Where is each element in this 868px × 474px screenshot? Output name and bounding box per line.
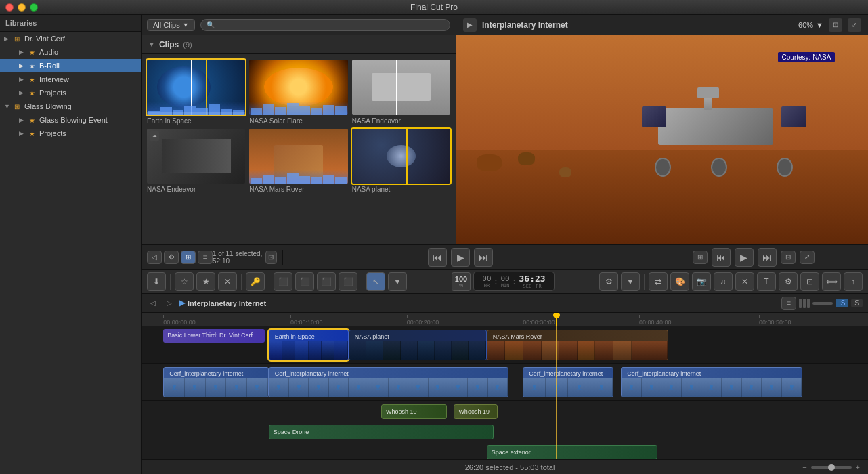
clip-thumbnail bbox=[249, 129, 347, 184]
clip-nasa-endeavor-2[interactable]: ☁ NASA Endeavor bbox=[147, 129, 245, 194]
sidebar-item-dr-vint-cerf[interactable]: ▶ ⊞ Dr. Vint Cerf bbox=[0, 32, 141, 45]
browser-toolbar: All Clips ▼ 🔍 bbox=[142, 15, 456, 35]
color-btn[interactable]: 🎨 bbox=[670, 272, 689, 291]
zoom-slider[interactable] bbox=[811, 466, 852, 469]
clip-label: Earth in Space bbox=[147, 117, 245, 125]
sidebar-item-interview[interactable]: ▶ ★ Interview bbox=[0, 72, 141, 86]
clip-appearance-btn[interactable]: ⊡ bbox=[265, 251, 277, 264]
sidebar-item-projects[interactable]: ▶ ★ Projects bbox=[0, 86, 141, 100]
preview-settings-btn[interactable]: ⊞ bbox=[693, 251, 708, 264]
search-input[interactable]: 🔍 bbox=[200, 19, 450, 31]
preview-go-end-btn[interactable]: ⏭ bbox=[758, 248, 777, 267]
reject-btn[interactable]: ✕ bbox=[218, 272, 237, 291]
ruler-mark: 00:00:20:00 bbox=[407, 319, 439, 326]
interview-faces: 👤👤👤 👤 bbox=[523, 378, 613, 397]
tool-chevron[interactable]: ▼ bbox=[388, 272, 407, 291]
share-settings-btn[interactable]: ⊡ bbox=[800, 272, 819, 291]
audio-clip-space-exterior[interactable]: Space exterior bbox=[487, 445, 657, 459]
arrow-icon: ▶ bbox=[19, 116, 26, 123]
waveform bbox=[249, 170, 347, 184]
clip-nasa-planet[interactable]: NASA planet bbox=[352, 129, 450, 194]
maximize-button[interactable] bbox=[30, 3, 38, 12]
text-btn[interactable]: T bbox=[757, 272, 776, 291]
timeline-nav-right[interactable]: ▷ bbox=[163, 297, 175, 309]
list-view-btn[interactable]: ≡ bbox=[198, 251, 213, 264]
grid-view-btn[interactable]: ⊞ bbox=[181, 251, 196, 264]
export-btn[interactable]: ↑ bbox=[844, 272, 863, 291]
go-to-start-btn[interactable]: ⏮ bbox=[428, 248, 447, 267]
interview-faces: 👤👤👤 👤👤 bbox=[164, 378, 268, 397]
keyword-btn[interactable]: 🔑 bbox=[246, 272, 265, 291]
layout-button[interactable]: ⊡ bbox=[829, 18, 842, 32]
timecode-min: 00 bbox=[500, 274, 509, 283]
sidebar-item-glass-blowing[interactable]: ▼ ⊞ Glass Blowing bbox=[0, 100, 141, 113]
generator-btn[interactable]: ⚙ bbox=[779, 272, 798, 291]
clip-connect-btn[interactable]: ⬛ bbox=[295, 272, 314, 291]
timeline-clip-nasa-planet[interactable]: NASA planet bbox=[349, 330, 487, 360]
retiming-btn[interactable]: ⇄ bbox=[649, 272, 668, 291]
timeline-clip-cerf-3[interactable]: Cerf_interplanetary internet 👤👤👤 👤 bbox=[523, 367, 613, 397]
transform-tool-btn[interactable]: ⚙ bbox=[599, 272, 618, 291]
timeline-clip-nasa-mars-rover[interactable]: NASA Mars Rover bbox=[487, 330, 668, 360]
clip-insert-btn[interactable]: ⬛ bbox=[317, 272, 336, 291]
timecode-min-label: MIN bbox=[501, 283, 510, 288]
preview-toolbar: ▶ Interplanetary Internet 60% ▼ ⊡ ⤢ bbox=[456, 15, 868, 35]
clip-add-btn[interactable]: ⬛ bbox=[274, 272, 292, 291]
select-tool-btn[interactable]: ↖ bbox=[366, 272, 385, 291]
clip-label: NASA planet bbox=[352, 186, 450, 193]
ruler-mark: 00:00:50:00 bbox=[759, 319, 791, 326]
sidebar-label: Projects bbox=[39, 89, 66, 97]
timeline-clip-cerf-2[interactable]: Cerf_interplanetary internet 👤👤👤 👤👤👤 👤👤👤… bbox=[269, 367, 508, 397]
clip-nasa-mars-rover[interactable]: NASA Mars Rover bbox=[249, 129, 347, 194]
preview-go-start-btn[interactable]: ⏮ bbox=[712, 248, 731, 267]
import-btn[interactable]: ⬇ bbox=[147, 272, 166, 291]
effects-btn[interactable]: ✕ bbox=[735, 272, 754, 291]
play-btn[interactable]: ▶ bbox=[451, 248, 470, 267]
rate-btn[interactable]: ★ bbox=[196, 272, 215, 291]
clip-earth-in-space[interactable]: Earth in Space bbox=[147, 60, 245, 125]
zoom-in-icon[interactable]: + bbox=[856, 463, 860, 471]
sidebar-toggle-btn[interactable]: ◁ bbox=[147, 251, 162, 264]
clip-nasa-solar-flare[interactable]: NASA Solar Flare bbox=[249, 60, 347, 125]
favorite-btn[interactable]: ☆ bbox=[175, 272, 194, 291]
preview-play-btn[interactable]: ▶ bbox=[735, 248, 754, 267]
timeline-clip-cerf-1[interactable]: Cerf_interplanetary internet 👤👤👤 👤👤 bbox=[163, 367, 269, 397]
transform-arrow-btn[interactable]: ▼ bbox=[621, 272, 640, 291]
go-to-end-btn[interactable]: ⏭ bbox=[474, 248, 493, 267]
clip-overwrite-btn[interactable]: ⬛ bbox=[339, 272, 357, 291]
sidebar-item-glass-blowing-event[interactable]: ▶ ★ Glass Blowing Event bbox=[0, 113, 141, 127]
zoom-out-icon[interactable]: − bbox=[802, 463, 806, 471]
minimize-button[interactable] bbox=[18, 3, 26, 12]
audio-clip-whoosh19[interactable]: Whoosh 19 bbox=[454, 404, 497, 419]
clip-thumbnail bbox=[249, 60, 347, 115]
selection-status: 1 of 11 selected, 52:10 bbox=[213, 250, 265, 265]
transition-btn[interactable]: ⟺ bbox=[822, 272, 841, 291]
audio-btn[interactable]: ♫ bbox=[714, 272, 733, 291]
clips-grid: Earth in Space bbox=[142, 54, 456, 244]
sidebar-item-b-roll[interactable]: ▶ ★ B-Roll bbox=[0, 59, 141, 72]
audio-label: Space Drone bbox=[274, 429, 309, 435]
video-content: Courtesy: NASA bbox=[456, 35, 868, 244]
timeline-index-btn[interactable]: ≡ bbox=[781, 297, 796, 310]
preview-layout-btn[interactable]: ⊡ bbox=[781, 251, 796, 264]
clip-nasa-endeavor-1[interactable]: NASA Endeavor bbox=[352, 60, 450, 125]
close-button[interactable] bbox=[5, 3, 14, 12]
sidebar-item-projects2[interactable]: ▶ ★ Projects bbox=[0, 127, 141, 140]
all-clips-label: All Clips bbox=[153, 21, 180, 29]
preview-video: Courtesy: NASA bbox=[456, 35, 868, 244]
audio-clip-space-drone[interactable]: Space Drone bbox=[269, 425, 494, 439]
clip-view-settings-btn[interactable]: ⚙ bbox=[164, 251, 179, 264]
lower-third-clip[interactable]: Basic Lower Third: Dr. Vint Cerf bbox=[163, 329, 265, 343]
fullscreen-button[interactable]: ⤢ bbox=[848, 18, 861, 32]
timeline-area: ◁ ▷ ▶ Interplanetary Internet ≡ bbox=[142, 294, 868, 459]
timeline-clip-earth-in-space[interactable]: Earth in Space bbox=[269, 330, 349, 360]
audio-clip-whoosh10[interactable]: Whoosh 10 bbox=[381, 404, 447, 419]
sidebar-item-audio[interactable]: ▶ ★ Audio bbox=[0, 45, 141, 59]
window-controls[interactable] bbox=[5, 3, 38, 12]
timeline-nav-left[interactable]: ◁ bbox=[147, 297, 159, 309]
clip-filmstrip bbox=[487, 341, 668, 360]
all-clips-filter[interactable]: All Clips ▼ bbox=[147, 19, 195, 31]
preview-fullscreen-btn[interactable]: ⤢ bbox=[800, 251, 815, 264]
stabilize-btn[interactable]: 📷 bbox=[692, 272, 711, 291]
timeline-clip-cerf-4[interactable]: Cerf_interplanetary internet 👤👤👤 👤👤👤 👤👤👤 bbox=[621, 367, 802, 397]
